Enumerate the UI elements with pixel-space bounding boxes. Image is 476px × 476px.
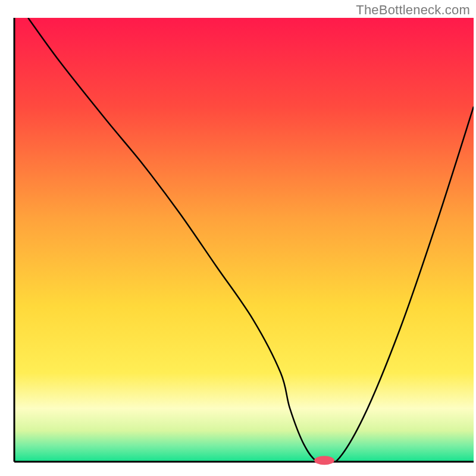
- gradient-background: [14, 18, 474, 462]
- optimal-marker: [314, 456, 334, 465]
- chart-svg: [0, 0, 476, 476]
- chart-stage: TheBottleneck.com: [0, 0, 476, 476]
- watermark-text: TheBottleneck.com: [356, 2, 470, 18]
